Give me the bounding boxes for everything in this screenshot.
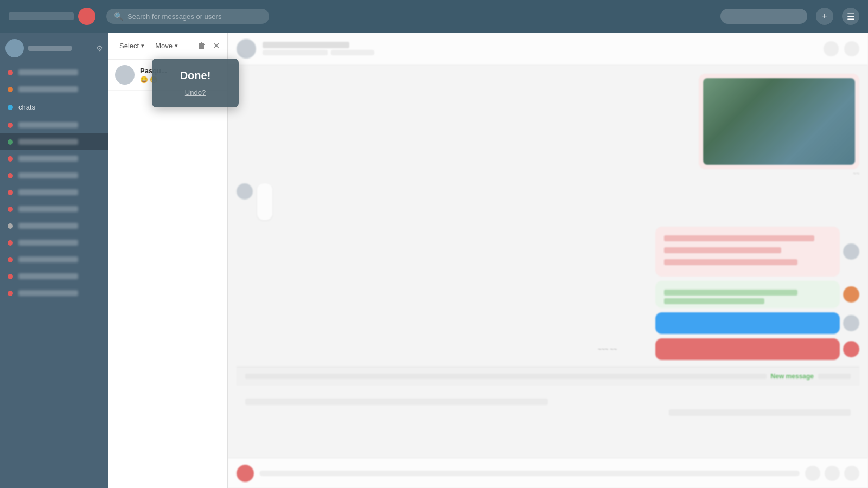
- dot-icon: [8, 105, 13, 110]
- avatar: [843, 315, 859, 331]
- message-row: [655, 281, 859, 308]
- timestamp-label: ~~~ ~~: [598, 346, 652, 352]
- emoji-icon: [805, 466, 820, 481]
- banner-highlight: New message: [771, 373, 814, 380]
- sidebar-item-english[interactable]: [0, 184, 108, 201]
- avatar: [237, 183, 253, 200]
- settings-icon[interactable]: ⚙: [96, 44, 103, 53]
- header-right: + ☰: [720, 8, 859, 25]
- sidebar-item-hidden-conversations[interactable]: [0, 217, 108, 234]
- dot-icon: [8, 70, 13, 75]
- sidebar-item-chats[interactable]: chats: [0, 98, 108, 117]
- footer-message: [669, 409, 851, 416]
- sidebar-item-group3[interactable]: [0, 268, 108, 285]
- done-popup: Done! Undo?: [152, 59, 239, 107]
- close-icon: ✕: [213, 41, 220, 50]
- message-bubble: [655, 312, 840, 334]
- sidebar-item-messages[interactable]: [0, 81, 108, 98]
- menu-icon: ☰: [847, 11, 854, 22]
- dot-icon: [8, 257, 13, 262]
- chat-list-items: Pasqu... 😀 😁: [108, 60, 227, 488]
- sidebar-item-label: [18, 290, 78, 296]
- footer-message: [245, 399, 548, 405]
- status-text: [263, 50, 328, 55]
- message-timestamp: ~~: [699, 171, 859, 177]
- avatar: [5, 39, 24, 57]
- chat-input-bar: [228, 458, 868, 488]
- sidebar-item-label: [18, 122, 78, 128]
- footer-messages: [237, 392, 859, 422]
- sidebar-item-brand-bg[interactable]: [0, 167, 108, 184]
- message-text: [664, 290, 797, 296]
- done-title: Done!: [161, 69, 230, 82]
- message-image-right: ~~: [237, 74, 859, 177]
- avatar: [237, 465, 254, 482]
- sidebar-item-chats-label: chats: [18, 103, 35, 111]
- sidebar-item-label: [18, 86, 78, 92]
- delete-button[interactable]: 🗑: [197, 41, 206, 51]
- avatar: [843, 243, 859, 260]
- avatar: [237, 39, 256, 59]
- message-text: [664, 247, 781, 253]
- menu-button[interactable]: ☰: [842, 8, 859, 25]
- sidebar-item-group1[interactable]: [0, 234, 108, 251]
- message-row: [655, 227, 859, 277]
- sidebar-item-label: [18, 172, 78, 178]
- sidebar: ⚙ chats: [0, 33, 108, 488]
- message-text: [664, 298, 764, 304]
- close-button[interactable]: ✕: [213, 41, 220, 51]
- dot-icon: [8, 190, 13, 195]
- message-group-right: ~~~ ~~: [237, 227, 859, 360]
- chat-list-toolbar: Select ▾ Move ▾ 🗑 ✕: [108, 33, 227, 60]
- dot-icon: [8, 274, 13, 279]
- dot-icon: [8, 156, 13, 162]
- logo-text: [9, 12, 74, 20]
- sidebar-item-italy[interactable]: [0, 150, 108, 167]
- banner-text-2: [818, 374, 851, 379]
- message-bubble: [257, 183, 272, 220]
- message-bubble: [655, 281, 840, 308]
- chat-banner: New message: [237, 367, 859, 386]
- sidebar-item-label: [18, 189, 78, 195]
- message-bubble: [655, 227, 840, 277]
- select-button[interactable]: Select ▾: [116, 40, 148, 52]
- move-button[interactable]: Move ▾: [152, 40, 181, 52]
- logo-icon: [78, 8, 95, 25]
- chevron-down-icon: ▾: [175, 42, 178, 49]
- dot-icon: [8, 123, 13, 128]
- message-bubble: ~~: [699, 74, 859, 177]
- message-bubble: [655, 338, 840, 360]
- sidebar-item-group2[interactable]: [0, 251, 108, 268]
- sidebar-item-label: [18, 206, 78, 212]
- sidebar-item-archived-chats[interactable]: [0, 117, 108, 133]
- sidebar-item-label: [18, 223, 78, 229]
- main-layout: ⚙ chats: [0, 33, 868, 488]
- dot-icon: [8, 173, 13, 178]
- search-input[interactable]: [127, 12, 261, 21]
- settings-icon: [844, 41, 859, 56]
- dot-icon: [8, 291, 13, 296]
- undo-button[interactable]: Undo?: [161, 88, 230, 97]
- avatar: [843, 286, 859, 303]
- add-contact-button[interactable]: +: [816, 8, 833, 25]
- header-user-label: [720, 9, 807, 24]
- add-icon: +: [822, 11, 827, 21]
- dot-icon: [8, 87, 13, 92]
- image-thumbnail: [703, 78, 855, 165]
- chat-messages: ~~: [228, 65, 868, 458]
- sidebar-item-all-messages[interactable]: [0, 201, 108, 217]
- message-input: [259, 471, 800, 476]
- sidebar-item-lunch[interactable]: [0, 133, 108, 150]
- search-bar[interactable]: 🔍: [106, 9, 269, 24]
- banner-text: [245, 374, 767, 379]
- chat-header-icons: [824, 41, 859, 56]
- dot-icon: [8, 139, 13, 145]
- dot-icon: [8, 223, 13, 229]
- chevron-down-icon: ▾: [141, 42, 144, 49]
- sidebar-item-conversations[interactable]: [0, 64, 108, 81]
- dot-icon: [8, 207, 13, 212]
- sidebar-item-label: [18, 256, 78, 262]
- chat-header-status: [263, 50, 817, 55]
- message-text: [664, 235, 814, 241]
- sidebar-item-group4[interactable]: [0, 285, 108, 301]
